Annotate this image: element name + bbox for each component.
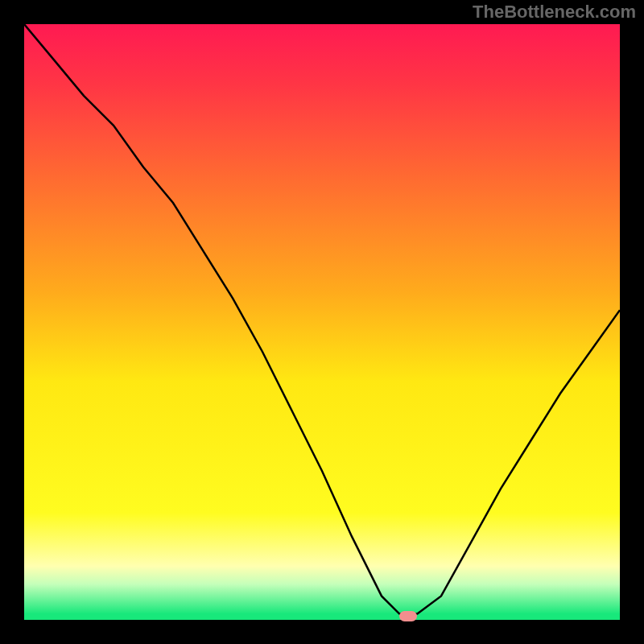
curve-svg [24, 24, 620, 620]
optimal-marker [399, 611, 417, 621]
plot-area [24, 24, 620, 620]
bottleneck-curve [24, 24, 620, 614]
attribution-label: TheBottleneck.com [473, 2, 636, 23]
chart-container: TheBottleneck.com [0, 0, 644, 644]
